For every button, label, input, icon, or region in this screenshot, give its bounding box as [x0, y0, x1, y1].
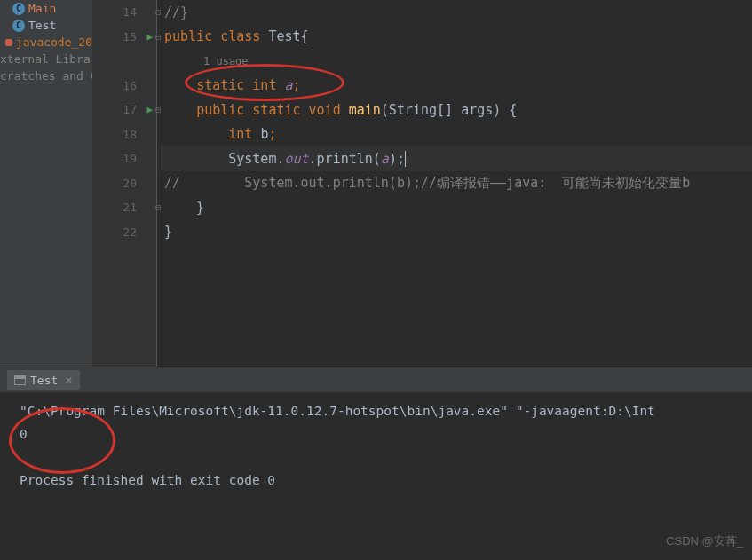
code-line[interactable]: ⊟ public static void main(String[] args)… — [161, 98, 752, 122]
line-number: 16 — [123, 79, 137, 92]
console-panel: Test × "C:\Program Files\Microsoft\jdk-1… — [0, 367, 752, 560]
gutter-row — [92, 49, 156, 74]
code-line[interactable]: 1 usage — [161, 49, 752, 74]
console-tab-label: Test — [30, 374, 58, 387]
token: main — [349, 102, 381, 118]
token: a — [284, 77, 292, 93]
gutter-row: 15▶ — [92, 25, 156, 50]
gutter-row: 16 — [92, 74, 156, 99]
console-line: Process finished with exit code 0 — [20, 469, 752, 492]
gutter-row: 20 — [92, 171, 156, 196]
token: ; — [268, 126, 276, 142]
tree-item[interactable]: CTest — [0, 17, 92, 34]
code-line[interactable]: System.out.println(a); — [161, 146, 752, 171]
line-number: 19 — [123, 152, 137, 165]
module-icon — [5, 39, 12, 46]
token — [164, 102, 196, 118]
token: (String[] args) { — [381, 102, 518, 118]
line-number: 21 — [123, 201, 137, 214]
gutter-row: 22 — [92, 220, 156, 245]
token: int — [252, 77, 284, 93]
line-number: 15 — [123, 30, 137, 43]
tree-item-label: xternal Librarie — [0, 52, 92, 66]
tree-item[interactable]: xternal Librarie — [0, 51, 92, 67]
gutter-row: 19 — [92, 146, 156, 171]
token: // System.out.println(b);//编译报错——java: 可… — [164, 175, 690, 192]
token: Test{ — [268, 28, 308, 44]
console-output[interactable]: "C:\Program Files\Microsoft\jdk-11.0.12.… — [11, 392, 752, 492]
gutter-row: 21 — [92, 195, 156, 220]
code-line[interactable]: ⊟public class Test{ — [161, 25, 752, 50]
tree-item[interactable]: javacode_20 — [0, 34, 92, 51]
class-icon: C — [12, 3, 25, 15]
console-line: "C:\Program Files\Microsoft\jdk-11.0.12.… — [20, 399, 752, 422]
token: } — [164, 200, 204, 216]
close-icon[interactable]: × — [65, 373, 72, 387]
token: out — [284, 151, 308, 167]
console-line — [20, 446, 752, 469]
token: int — [228, 126, 260, 142]
tree-item-label: Main — [28, 2, 56, 15]
token: class — [220, 28, 268, 44]
token: static — [196, 77, 252, 93]
console-line: 0 — [20, 422, 752, 446]
token: ); — [389, 151, 405, 167]
token: } — [164, 224, 172, 240]
gutter-row: 14 — [92, 0, 156, 25]
console-tabs: Test × — [0, 367, 752, 392]
run-icon[interactable]: ▶ — [146, 31, 153, 43]
code-line[interactable]: ⊟ } — [161, 195, 752, 220]
class-icon: C — [12, 20, 25, 32]
token: System. — [164, 151, 284, 167]
cursor — [405, 151, 406, 167]
code-line[interactable]: } — [161, 220, 752, 245]
code-line[interactable]: // System.out.println(b);//编译报错——java: 可… — [161, 171, 752, 196]
line-number: 17 — [123, 103, 137, 116]
token: a — [381, 151, 389, 167]
line-number: 14 — [123, 5, 137, 19]
console-tab-test[interactable]: Test × — [7, 370, 80, 390]
token: static — [252, 102, 308, 118]
window-icon — [14, 375, 26, 385]
code-editor[interactable]: ⊟//}⊟public class Test{1 usage static in… — [156, 0, 752, 367]
gutter-row: 18 — [92, 122, 156, 147]
project-tree: CMainCTestjavacode_20xternal Librariecra… — [0, 0, 92, 367]
token — [164, 77, 196, 93]
watermark: CSDN @安苒_ — [666, 533, 743, 549]
code-line[interactable]: ⊟//} — [161, 0, 752, 25]
token: void — [309, 102, 349, 118]
gutter-row: 17▶ — [92, 98, 156, 122]
tree-item-label: Test — [28, 19, 56, 32]
line-number: 22 — [123, 225, 137, 239]
token: public — [164, 28, 220, 44]
token: ; — [293, 77, 301, 93]
token — [164, 126, 228, 142]
token: b — [260, 126, 268, 142]
tree-item-label: javacode_20 — [16, 35, 92, 49]
token: .println( — [309, 151, 381, 167]
tree-item[interactable]: cratches and C — [0, 67, 92, 84]
editor-gutter: 1415▶1617▶1819202122 — [92, 0, 156, 367]
code-line[interactable]: static int a; — [161, 74, 752, 99]
tree-item-label: cratches and C — [0, 69, 92, 83]
usage-hint[interactable]: 1 usage — [164, 55, 249, 67]
line-number: 20 — [123, 177, 137, 190]
line-number: 18 — [123, 128, 137, 141]
tree-item[interactable]: CMain — [0, 0, 92, 17]
token: public — [196, 102, 252, 118]
token: //} — [164, 4, 188, 20]
code-line[interactable]: int b; — [161, 122, 752, 147]
run-icon[interactable]: ▶ — [146, 104, 153, 115]
